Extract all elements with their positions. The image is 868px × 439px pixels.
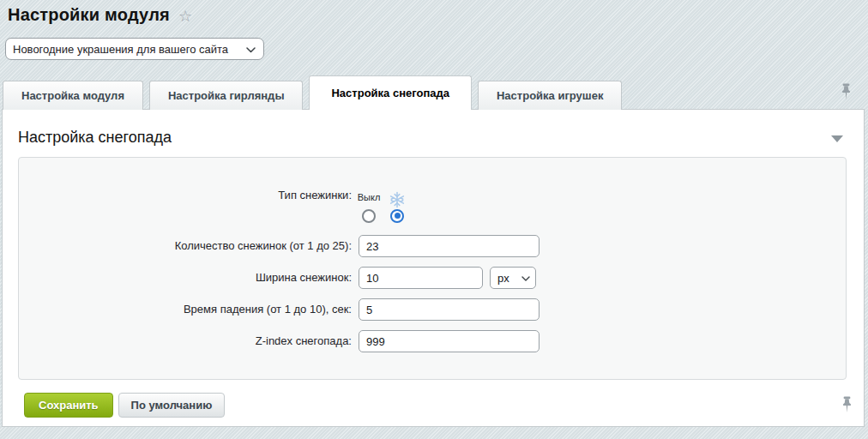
chevron-down-icon	[246, 47, 256, 53]
z-index-row: Z-index снегопада:	[19, 330, 846, 352]
module-select[interactable]: Новогодние украшения для вашего сайта	[5, 38, 264, 60]
fall-time-input[interactable]	[359, 298, 539, 321]
section-title: Настройка снегопада	[18, 129, 172, 147]
snowflake-icon	[389, 191, 406, 207]
snow-width-row: Ширина снежинок: px	[19, 267, 846, 289]
fall-time-row: Время падения (от 1 до 10), сек:	[19, 298, 846, 321]
snow-type-options: Выкл	[359, 191, 407, 223]
snow-width-label: Ширина снежинок:	[19, 267, 359, 289]
tab-snowfall-settings[interactable]: Настройка снегопада	[309, 75, 472, 110]
tab-module-settings[interactable]: Настройка модуля	[3, 81, 143, 110]
page-header: Настройки модуля ☆	[8, 5, 192, 25]
snow-type-option-snowflake	[387, 191, 407, 223]
settings-page: Настройки модуля ☆ Новогодние украшения …	[0, 0, 868, 439]
favorite-star-icon[interactable]: ☆	[178, 9, 192, 24]
snowfall-settings-panel: Настройка снегопада Тип снежинки: Выкл	[2, 109, 865, 427]
snow-type-off-label: Выкл	[358, 191, 381, 207]
snow-type-option-off: Выкл	[359, 191, 379, 223]
snow-type-radio-snowflake[interactable]	[390, 209, 404, 223]
footer-buttons: Сохранить По умолчанию	[24, 393, 225, 418]
page-title: Настройки модуля	[8, 5, 170, 25]
tab-toys-settings[interactable]: Настройка игрушек	[478, 81, 622, 110]
snow-type-row: Тип снежинки: Выкл	[19, 187, 846, 226]
snow-width-unit-select[interactable]: px	[490, 267, 536, 289]
default-button[interactable]: По умолчанию	[118, 393, 226, 418]
snow-count-input[interactable]	[359, 235, 539, 257]
snow-width-unit-value: px	[497, 272, 509, 285]
module-select-value: Новогодние украшения для вашего сайта	[13, 43, 228, 56]
tab-garland-settings[interactable]: Настройка гирлянды	[149, 81, 304, 110]
snow-count-label: Количество снежинок (от 1 до 25):	[19, 235, 359, 257]
fall-time-label: Время падения (от 1 до 10), сек:	[19, 298, 359, 321]
snow-type-label: Тип снежинки:	[19, 187, 359, 226]
snow-type-radio-off[interactable]	[362, 209, 376, 223]
z-index-label: Z-index снегопада:	[19, 330, 359, 352]
snowfall-form: Тип снежинки: Выкл	[18, 157, 847, 380]
snow-type-field: Выкл	[359, 187, 407, 226]
pin-icon[interactable]	[841, 83, 852, 100]
pin-icon[interactable]	[841, 396, 853, 413]
save-button[interactable]: Сохранить	[24, 393, 113, 418]
collapse-section-icon[interactable]	[831, 135, 843, 142]
chevron-down-icon	[521, 276, 530, 281]
snow-width-input[interactable]	[359, 267, 483, 289]
tab-strip: Настройка модуля Настройка гирлянды Наст…	[3, 75, 622, 110]
z-index-input[interactable]	[359, 330, 539, 352]
snow-count-row: Количество снежинок (от 1 до 25):	[19, 235, 846, 257]
